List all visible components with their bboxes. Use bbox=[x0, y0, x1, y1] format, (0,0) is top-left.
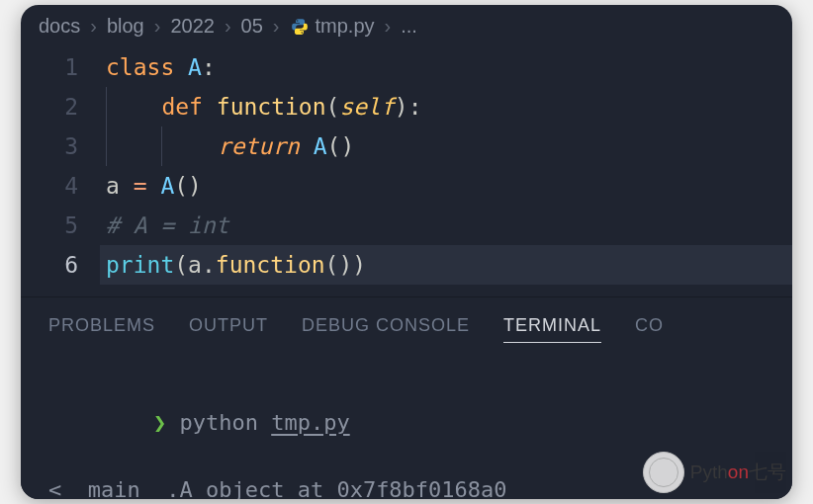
panel-tab-problems[interactable]: PROBLEMS bbox=[48, 315, 155, 343]
code-line[interactable]: # A = int bbox=[106, 206, 792, 245]
code-content[interactable]: class A: def function(self): return A()a… bbox=[106, 47, 792, 285]
code-line[interactable]: class A: bbox=[106, 47, 792, 87]
token-punc: ): bbox=[395, 94, 422, 120]
panel-tab-debug-console[interactable]: DEBUG CONSOLE bbox=[302, 315, 470, 343]
panel-tab-output[interactable]: OUTPUT bbox=[189, 315, 268, 343]
line-number: 1 bbox=[21, 47, 78, 87]
token-cls: A bbox=[160, 173, 174, 199]
token-punc: ( bbox=[174, 252, 188, 278]
terminal-command: python bbox=[179, 410, 257, 435]
token-punc: ()) bbox=[325, 252, 367, 278]
token-punc: () bbox=[327, 133, 355, 159]
chevron-right-icon: › bbox=[225, 15, 231, 38]
line-number: 5 bbox=[21, 206, 78, 245]
code-line[interactable]: return A() bbox=[106, 126, 792, 166]
breadcrumb-file[interactable]: tmp.py bbox=[316, 15, 375, 38]
token-punc: ( bbox=[326, 94, 340, 120]
token-punc: () bbox=[174, 173, 202, 199]
token-builtin: print bbox=[106, 252, 174, 278]
chevron-right-icon: › bbox=[273, 15, 280, 38]
code-line[interactable]: print(a.function()) bbox=[100, 245, 792, 285]
editor-window: docs › blog › 2022 › 05 › tmp.py › ... 1… bbox=[21, 5, 792, 499]
code-line[interactable]: a = A() bbox=[106, 166, 792, 206]
panel-tab-terminal[interactable]: TERMINAL bbox=[503, 315, 601, 343]
code-line[interactable]: def function(self): bbox=[106, 87, 792, 126]
token-ret: return bbox=[218, 133, 314, 159]
token-def: def bbox=[161, 94, 216, 120]
token-op: = bbox=[134, 173, 161, 199]
line-number: 4 bbox=[21, 166, 78, 206]
token-punc: : bbox=[202, 54, 216, 80]
token-param: self bbox=[339, 94, 394, 120]
terminal-prompt: ❯ bbox=[153, 410, 166, 435]
breadcrumb-item[interactable]: blog bbox=[107, 15, 144, 38]
chevron-right-icon: › bbox=[90, 15, 97, 38]
breadcrumb-more[interactable]: ... bbox=[401, 15, 417, 38]
breadcrumb-item[interactable]: 2022 bbox=[170, 15, 215, 38]
panel-tabs: PROBLEMSOUTPUTDEBUG CONSOLETERMINALCO bbox=[21, 297, 792, 353]
line-number: 3 bbox=[21, 126, 78, 166]
chevron-right-icon: › bbox=[154, 15, 161, 38]
token-fn: function bbox=[217, 94, 326, 120]
watermark-avatar bbox=[643, 452, 684, 493]
terminal-arg: tmp.py bbox=[271, 410, 349, 435]
token-punc: . bbox=[202, 252, 216, 278]
breadcrumb-item[interactable]: docs bbox=[39, 15, 80, 38]
watermark-text: Python七号 bbox=[690, 460, 786, 485]
breadcrumb: docs › blog › 2022 › 05 › tmp.py › ... bbox=[21, 5, 792, 45]
chevron-right-icon: › bbox=[385, 15, 392, 38]
watermark: Python七号 bbox=[643, 452, 786, 493]
line-number: 2 bbox=[21, 87, 78, 126]
token-var: a bbox=[188, 252, 202, 278]
token-cls: A bbox=[188, 54, 202, 80]
token-var: a bbox=[106, 173, 134, 199]
python-icon bbox=[290, 17, 310, 37]
token-cls: A bbox=[314, 133, 327, 159]
line-number-gutter: 123456 bbox=[21, 47, 106, 285]
panel-tab-co[interactable]: CO bbox=[635, 315, 664, 343]
line-number: 6 bbox=[21, 245, 78, 285]
token-call: function bbox=[216, 252, 325, 278]
token-kw: class bbox=[106, 54, 188, 80]
token-comment: # A = int bbox=[106, 212, 229, 238]
code-editor[interactable]: 123456 class A: def function(self): retu… bbox=[21, 45, 792, 296]
breadcrumb-item[interactable]: 05 bbox=[241, 15, 263, 38]
